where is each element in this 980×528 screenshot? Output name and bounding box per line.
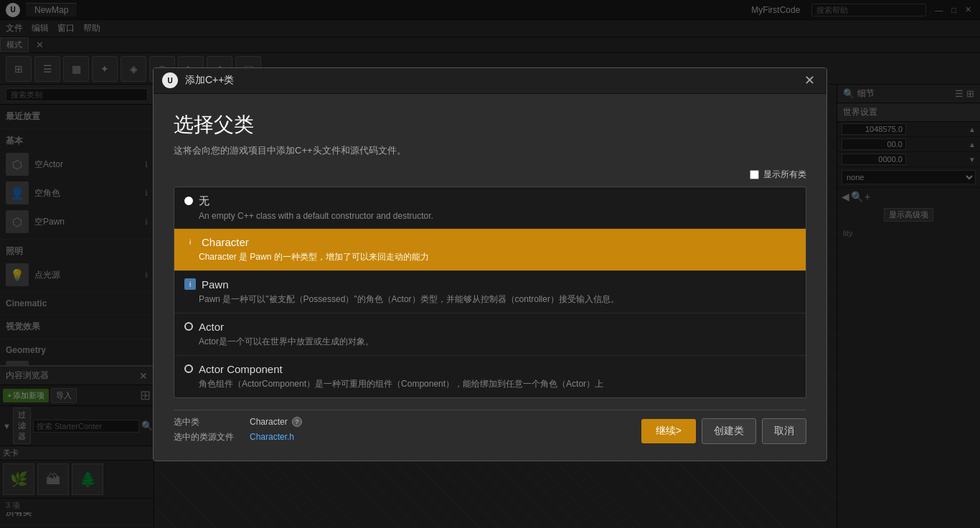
pawn-class-icon: i [184, 278, 196, 290]
selected-class-field: 选中类 Character ? [174, 416, 641, 428]
class-desc-none: An empty C++ class with a default constr… [184, 211, 796, 221]
class-item-pawn[interactable]: i Pawn Pawn 是一种可以"被支配（Possessed）"的角色（Act… [174, 271, 806, 314]
add-cpp-class-dialog: U 添加C++类 ✕ 选择父类 这将会向您的游戏项目中添加C++头文件和源代码文… [153, 67, 827, 461]
selected-class-label: 选中类 [174, 416, 245, 428]
actor-dot [184, 322, 193, 331]
class-name-none: 无 [199, 194, 209, 208]
source-file-field: 选中的类源文件 Character.h [174, 431, 641, 443]
none-dot [184, 197, 193, 205]
dialog-description: 这将会向您的游戏项目中添加C++头文件和源代码文件。 [174, 144, 806, 157]
show-all-label: 显示所有类 [763, 169, 806, 181]
show-all-row: 显示所有类 [174, 169, 806, 181]
class-desc-character: Character 是 Pawn 的一种类型，增加了可以来回走动的能力 [184, 251, 796, 263]
class-list: 无 An empty C++ class with a default cons… [174, 187, 806, 398]
class-desc-actor: Actor是一个可以在世界中放置或生成的对象。 [184, 336, 796, 348]
dialog-title-label: 添加C++类 [185, 74, 234, 87]
create-class-button[interactable]: 创建类 [702, 418, 756, 444]
class-name-pawn: Pawn [202, 278, 229, 291]
dialog-heading: 选择父类 [174, 111, 806, 138]
class-name-actorcomponent: Actor Component [199, 363, 283, 375]
dialog-title-bar: U 添加C++类 ✕ [154, 68, 826, 94]
continue-button[interactable]: 继续> [641, 419, 696, 443]
source-file-label: 选中的类源文件 [174, 431, 245, 443]
class-item-actor[interactable]: Actor Actor是一个可以在世界中放置或生成的对象。 [174, 314, 806, 356]
cancel-button[interactable]: 取消 [762, 418, 806, 444]
class-name-actor: Actor [199, 321, 224, 333]
footer-buttons: 继续> 创建类 取消 [641, 418, 806, 444]
class-desc-actorcomponent: 角色组件（ActorComponent）是一种可重用的组件（Component）… [184, 378, 796, 390]
source-file-link[interactable]: Character.h [250, 432, 294, 442]
dialog-logo: U [162, 72, 178, 88]
character-class-icon: i [184, 236, 196, 248]
dialog-body: 选择父类 这将会向您的游戏项目中添加C++头文件和源代码文件。 显示所有类 无 … [154, 94, 826, 461]
dialog-overlay: U 添加C++类 ✕ 选择父类 这将会向您的游戏项目中添加C++头文件和源代码文… [0, 0, 980, 528]
dialog-close-btn[interactable]: ✕ [801, 72, 818, 89]
class-desc-pawn: Pawn 是一种可以"被支配（Possessed）"的角色（Actor）类型，并… [184, 293, 796, 306]
footer-left: 选中类 Character ? 选中的类源文件 Character.h [174, 416, 641, 446]
help-icon[interactable]: ? [292, 417, 302, 427]
show-all-checkbox[interactable] [750, 170, 759, 179]
class-item-character[interactable]: i Character Character 是 Pawn 的一种类型，增加了可以… [174, 229, 806, 271]
selected-class-value: Character [250, 417, 288, 427]
class-name-character: Character [202, 236, 249, 248]
dialog-footer: 选中类 Character ? 选中的类源文件 Character.h 继续> … [174, 410, 806, 449]
actorcomponent-dot [184, 364, 193, 373]
class-item-actorcomponent[interactable]: Actor Component 角色组件（ActorComponent）是一种可… [174, 356, 806, 397]
class-item-none[interactable]: 无 An empty C++ class with a default cons… [174, 187, 806, 229]
